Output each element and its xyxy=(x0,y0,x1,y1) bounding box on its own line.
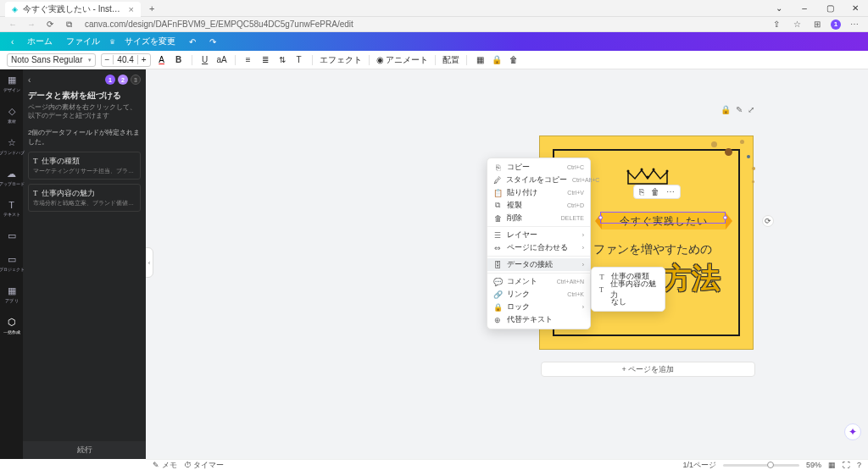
resize-button[interactable]: サイズを変更 xyxy=(120,34,180,49)
animate-button[interactable]: ◉ アニメート xyxy=(376,54,429,66)
spacing-icon[interactable]: ⇅ xyxy=(276,55,288,64)
context-menu-item[interactable]: ☰レイヤー› xyxy=(487,229,590,241)
data-field-item[interactable]: T仕事の種類 マーケティングリサーチ担当、ブランドマネージャー、デ… xyxy=(28,152,141,180)
page-lock-icon[interactable]: 🔒 xyxy=(721,105,731,114)
collapse-panel-button[interactable]: ‹ xyxy=(146,247,153,278)
effects-button[interactable]: エフェクト xyxy=(320,54,362,66)
grid-view-icon[interactable]: ▦ xyxy=(828,461,836,469)
data-field-item[interactable]: T仕事内容の魅力 市場分析と戦略立案、ブランド価値の向上、オンライン広… xyxy=(28,184,141,212)
extension-icon[interactable]: ⊞ xyxy=(810,19,824,29)
window-maximize-icon[interactable]: ▢ xyxy=(817,0,843,17)
tab-close-icon[interactable]: × xyxy=(129,4,134,14)
menu-dots-icon[interactable]: ⋯ xyxy=(848,19,861,29)
rail-item[interactable]: ☆ブランドハブ xyxy=(0,135,23,158)
rail-item[interactable]: ☁アップロード xyxy=(0,167,23,190)
star-icon[interactable]: ☆ xyxy=(790,19,804,29)
delete-icon[interactable]: 🗑 xyxy=(651,187,659,196)
window-close-icon[interactable]: ✕ xyxy=(843,0,868,17)
size-plus[interactable]: + xyxy=(138,55,150,64)
share-icon[interactable]: ⇪ xyxy=(770,19,783,29)
rail-icon: ▭ xyxy=(8,254,16,265)
page-duplicate-icon[interactable]: ✎ xyxy=(736,105,743,114)
font-size-input[interactable]: 40.4 xyxy=(113,55,137,64)
page-indicator[interactable]: 1/1ページ xyxy=(682,460,716,471)
rail-item[interactable]: ▭プロジェクト xyxy=(0,252,23,275)
rail-label: 素材 xyxy=(7,119,15,125)
more-icon[interactable]: ⋯ xyxy=(666,187,675,196)
text-icon: T xyxy=(33,189,38,197)
selection-frame[interactable] xyxy=(600,212,726,224)
step-3[interactable]: 3 xyxy=(131,75,141,85)
step-1[interactable]: 1 xyxy=(105,75,115,85)
design-text-line3[interactable]: 方法 xyxy=(663,259,721,298)
window-chevron-icon[interactable]: ⌄ xyxy=(766,0,792,17)
present-icon[interactable]: ⛶ xyxy=(843,461,850,469)
context-menu-item[interactable]: 🔒ロック› xyxy=(487,301,590,313)
lock-icon[interactable]: 🔒 xyxy=(491,55,503,64)
context-menu-item[interactable]: ⊕代替テキスト xyxy=(487,313,590,326)
add-page-button[interactable]: + ページを追加 xyxy=(541,362,755,377)
undo-icon[interactable]: ↶ xyxy=(185,36,200,48)
back-button[interactable]: ‹ xyxy=(7,36,18,48)
case-icon[interactable]: aA xyxy=(216,55,228,64)
context-menu-item[interactable]: 🗑削除DELETE xyxy=(487,212,590,224)
help-icon[interactable]: ? xyxy=(857,461,861,469)
bold-icon[interactable]: B xyxy=(173,55,185,64)
step-2[interactable]: 2 xyxy=(118,75,128,85)
notes-button[interactable]: ✎ メモ xyxy=(153,460,177,471)
underline-icon[interactable]: U xyxy=(199,55,211,64)
timer-button[interactable]: ⏱ タイマー xyxy=(184,460,225,471)
size-minus[interactable]: − xyxy=(102,55,114,64)
panel-back-icon[interactable]: ‹ xyxy=(28,75,31,85)
context-menu-item[interactable]: ⇔ページに合わせる› xyxy=(487,241,590,254)
window-minimize-icon[interactable]: – xyxy=(792,0,817,17)
nav-forward-icon[interactable]: → xyxy=(25,19,37,29)
rail-item[interactable]: ▭ xyxy=(0,229,23,244)
design-text-line2[interactable]: ファンを増やすための xyxy=(593,242,712,257)
redo-icon[interactable]: ↷ xyxy=(205,36,220,48)
home-button[interactable]: ホーム xyxy=(23,34,57,49)
file-menu[interactable]: ファイル xyxy=(62,34,104,49)
rail-item[interactable]: ⬡一括作成 xyxy=(0,315,23,338)
zoom-level[interactable]: 59% xyxy=(806,461,821,469)
submenu-item[interactable]: T仕事内容の魅力 xyxy=(592,283,665,296)
nav-back-icon[interactable]: ← xyxy=(7,19,19,29)
context-submenu: T仕事の種類T仕事内容の魅力なし xyxy=(591,267,665,312)
context-menu-item[interactable]: 📋貼り付けCtrl+V xyxy=(487,186,590,199)
canvas-area[interactable]: ‹ 🔒 ✎ ⤢ 今すぐ実践したい xyxy=(146,69,868,459)
rail-icon: ◇ xyxy=(8,106,15,117)
rail-item[interactable]: ▦アプリ xyxy=(0,284,23,307)
context-menu-item[interactable]: 🖉スタイルをコピーCtrl+Alt+C xyxy=(487,174,590,186)
resize-handle-left[interactable] xyxy=(598,216,603,220)
assistant-fab[interactable]: ✦ xyxy=(844,423,861,440)
context-menu-item[interactable]: 💬コメントCtrl+Alt+N xyxy=(487,275,590,288)
rail-item[interactable]: Tテキスト xyxy=(0,198,23,220)
trash-icon[interactable]: 🗑 xyxy=(508,55,520,64)
context-menu-item[interactable]: 🗄データの接続› xyxy=(487,258,590,271)
zoom-slider-knob[interactable] xyxy=(767,462,774,468)
panel-continue-button[interactable]: 続行 xyxy=(23,441,146,459)
zoom-slider[interactable] xyxy=(723,464,799,467)
address-bar[interactable]: canva.com/design/DAFnFBVM9_E/EMPQC58u4DC… xyxy=(81,19,763,29)
duplicate-icon[interactable]: ⎘ xyxy=(639,187,644,196)
position-button[interactable]: 配置 xyxy=(442,54,459,66)
list-icon[interactable]: ≣ xyxy=(259,55,271,64)
browser-tab[interactable]: ◈ 今すぐ実践したい - Instagramの投 × xyxy=(5,2,141,17)
context-menu-item[interactable]: 🔗リンクCtrl+K xyxy=(487,288,590,301)
resize-handle-right[interactable] xyxy=(723,216,727,220)
context-menu-item[interactable]: ⎘コピーCtrl+C xyxy=(487,161,590,174)
vertical-text-icon[interactable]: T xyxy=(293,55,305,64)
rail-item[interactable]: ◇素材 xyxy=(0,104,23,127)
nav-reload-icon[interactable]: ⟳ xyxy=(44,19,56,29)
align-icon[interactable]: ≡ xyxy=(242,55,254,64)
transparency-icon[interactable]: ▦ xyxy=(474,55,486,64)
profile-badge[interactable]: 1 xyxy=(831,19,841,30)
text-color-icon[interactable]: A xyxy=(156,55,168,64)
refresh-badge[interactable]: ⟳ xyxy=(762,215,774,227)
bulk-create-panel: ‹ 1 2 3 データと素材を紐づける ページ内の素材を右クリックして、以下のデ… xyxy=(23,69,146,459)
page-expand-icon[interactable]: ⤢ xyxy=(748,105,754,114)
rail-item[interactable]: ▦デザイン xyxy=(0,73,23,96)
new-tab-button[interactable]: + xyxy=(146,3,158,14)
context-menu-item[interactable]: ⧉複製Ctrl+D xyxy=(487,199,590,212)
font-select[interactable]: Noto Sans Regular ▾ xyxy=(7,53,96,67)
